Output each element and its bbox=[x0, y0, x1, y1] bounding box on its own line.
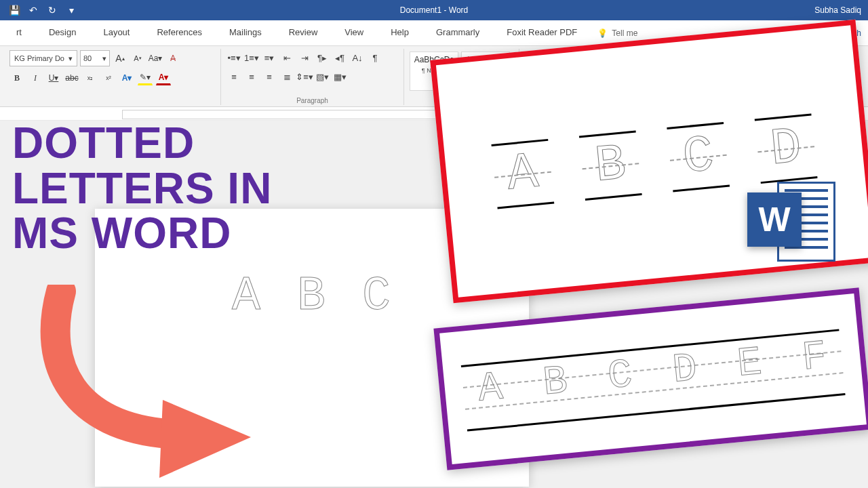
shading-button[interactable]: ▧▾ bbox=[315, 69, 330, 84]
word-logo-letter: W bbox=[747, 192, 802, 247]
word-logo-icon: W bbox=[747, 182, 835, 263]
sort-button[interactable]: A↓ bbox=[350, 50, 365, 65]
practice-cell: A bbox=[486, 130, 559, 218]
multilevel-button[interactable]: ≡▾ bbox=[262, 50, 277, 65]
align-left-button[interactable]: ≡ bbox=[226, 69, 241, 84]
rtl-button[interactable]: ◂¶ bbox=[332, 50, 347, 65]
headline-line: LETTERS IN bbox=[12, 166, 272, 211]
ruler-track bbox=[122, 110, 488, 119]
lightbulb-icon: 💡 bbox=[597, 28, 608, 38]
thumbnail-headline: DOTTED LETTERS IN MS WORD bbox=[12, 121, 272, 256]
font-name-combo[interactable]: KG Primary Do▾ bbox=[9, 50, 77, 66]
underline-button[interactable]: U▾ bbox=[46, 70, 61, 85]
tab-review[interactable]: Review bbox=[275, 20, 332, 45]
tab-foxit[interactable]: Foxit Reader PDF bbox=[493, 20, 591, 45]
bold-button[interactable]: B bbox=[9, 70, 24, 85]
bullets-button[interactable]: •≡▾ bbox=[226, 50, 241, 65]
font-group: KG Primary Do▾ 80▾ A▴ A▾ Aa▾ A̶ B I U▾ a… bbox=[4, 49, 221, 105]
document-title: Document1 - Word bbox=[400, 5, 468, 15]
font-name-value: KG Primary Do bbox=[14, 54, 64, 62]
tab-insert[interactable]: rt bbox=[3, 20, 35, 45]
practice-line: A B C D E F bbox=[460, 323, 846, 434]
strike-button[interactable]: abc bbox=[64, 70, 79, 85]
practice-cell: B bbox=[574, 122, 647, 209]
italic-button[interactable]: I bbox=[28, 70, 43, 85]
chevron-down-icon: ▾ bbox=[68, 54, 73, 63]
font-size-combo[interactable]: 80▾ bbox=[80, 50, 110, 66]
numbering-button[interactable]: 1≡▾ bbox=[244, 50, 259, 65]
font-size-value: 80 bbox=[83, 54, 92, 62]
tab-design[interactable]: Design bbox=[35, 20, 90, 45]
user-name: Subha Sadiq bbox=[814, 5, 861, 15]
tab-view[interactable]: View bbox=[331, 20, 377, 45]
qat-more-icon[interactable]: ▾ bbox=[64, 3, 79, 18]
tell-me-label: Tell me bbox=[612, 28, 637, 38]
paragraph-group: •≡▾ 1≡▾ ≡▾ ⇤ ⇥ ¶▸ ◂¶ A↓ ¶ ≡ ≡ ≡ ≣ ⇕≡▾ ▧▾… bbox=[221, 49, 404, 105]
dotted-letter: B bbox=[297, 270, 327, 323]
headline-line: DOTTED bbox=[12, 121, 272, 166]
superscript-button[interactable]: x² bbox=[101, 70, 116, 85]
align-right-button[interactable]: ≡ bbox=[262, 69, 277, 84]
tab-help[interactable]: Help bbox=[377, 20, 422, 45]
dotted-letter: E bbox=[735, 340, 764, 388]
align-center-button[interactable]: ≡ bbox=[244, 69, 259, 84]
chevron-down-icon: ▾ bbox=[102, 54, 106, 63]
redo-icon[interactable]: ↻ bbox=[45, 3, 60, 18]
shrink-font-button[interactable]: A▾ bbox=[130, 51, 145, 66]
dotted-letter: A bbox=[476, 364, 505, 412]
justify-button[interactable]: ≣ bbox=[279, 69, 294, 84]
change-case-button[interactable]: Aa▾ bbox=[148, 51, 163, 66]
tab-grammarly[interactable]: Grammarly bbox=[422, 20, 493, 45]
quick-access-toolbar: 💾 ↶ ↻ ▾ bbox=[7, 3, 79, 18]
title-bar: 💾 ↶ ↻ ▾ Document1 - Word Subha Sadiq bbox=[0, 0, 868, 20]
tab-mailings[interactable]: Mailings bbox=[216, 20, 275, 45]
dotted-letter: C bbox=[606, 352, 634, 400]
decrease-indent-button[interactable]: ⇤ bbox=[279, 50, 294, 65]
tab-references[interactable]: References bbox=[143, 20, 215, 45]
headline-line: MS WORD bbox=[12, 211, 272, 256]
paragraph-group-label: Paragraph bbox=[221, 97, 403, 104]
tab-layout[interactable]: Layout bbox=[90, 20, 143, 45]
clear-format-button[interactable]: A̶ bbox=[165, 51, 180, 66]
dotted-letter: D bbox=[671, 346, 699, 394]
svg-marker-0 bbox=[159, 400, 251, 478]
font-group-label bbox=[4, 97, 220, 104]
dotted-letter: C bbox=[362, 270, 392, 323]
arrow-icon bbox=[20, 285, 278, 488]
dotted-letter: F bbox=[800, 333, 829, 381]
dotted-letter: B bbox=[541, 358, 570, 406]
save-icon[interactable]: 💾 bbox=[7, 3, 22, 18]
practice-cell: C bbox=[662, 113, 734, 201]
borders-button[interactable]: ▦▾ bbox=[332, 69, 347, 84]
undo-icon[interactable]: ↶ bbox=[26, 3, 41, 18]
text-effects-button[interactable]: A▾ bbox=[119, 70, 134, 85]
show-marks-button[interactable]: ¶ bbox=[368, 50, 382, 65]
practice-cell: D bbox=[750, 105, 823, 192]
line-spacing-button[interactable]: ⇕≡▾ bbox=[297, 69, 312, 84]
subscript-button[interactable]: x₂ bbox=[83, 70, 98, 85]
grow-font-button[interactable]: A▴ bbox=[113, 51, 127, 66]
increase-indent-button[interactable]: ⇥ bbox=[297, 50, 312, 65]
ltr-button[interactable]: ¶▸ bbox=[315, 50, 330, 65]
font-color-button[interactable]: A▾ bbox=[156, 70, 171, 85]
highlight-button[interactable]: ✎▾ bbox=[138, 70, 153, 85]
